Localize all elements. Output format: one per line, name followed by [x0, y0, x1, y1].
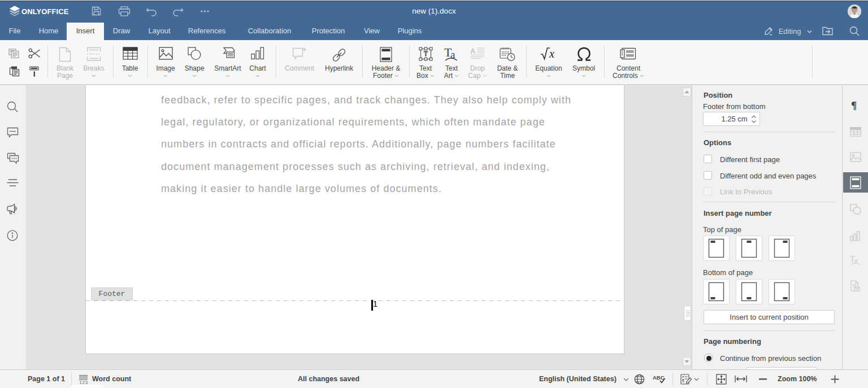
- svg-text:ABC: ABC: [653, 374, 665, 381]
- svg-text:¶: ¶: [851, 100, 857, 111]
- svg-text:x: x: [549, 47, 554, 60]
- svg-text:A: A: [470, 47, 476, 55]
- svg-text:123: 123: [80, 380, 89, 385]
